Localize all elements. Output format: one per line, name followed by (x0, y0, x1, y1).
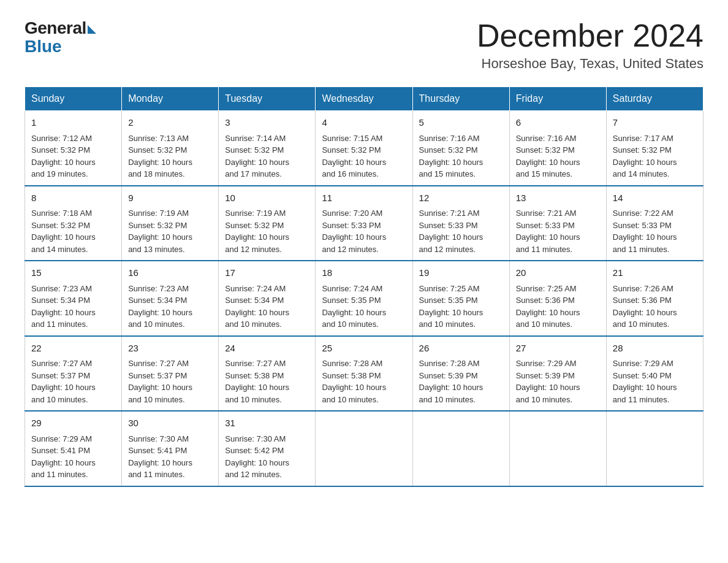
day-info: Sunrise: 7:24 AMSunset: 5:35 PMDaylight:… (322, 283, 406, 331)
day-number: 21 (613, 266, 697, 280)
calendar-cell: 25Sunrise: 7:28 AMSunset: 5:38 PMDayligh… (316, 336, 412, 412)
calendar-cell (316, 411, 412, 486)
day-number: 24 (225, 342, 309, 356)
calendar-cell: 12Sunrise: 7:21 AMSunset: 5:33 PMDayligh… (412, 186, 509, 261)
day-info: Sunrise: 7:20 AMSunset: 5:33 PMDaylight:… (322, 207, 406, 255)
calendar-cell: 22Sunrise: 7:27 AMSunset: 5:37 PMDayligh… (25, 336, 122, 412)
calendar-week-row: 29Sunrise: 7:29 AMSunset: 5:41 PMDayligh… (25, 411, 703, 486)
day-number: 4 (322, 116, 406, 130)
day-info: Sunrise: 7:14 AMSunset: 5:32 PMDaylight:… (225, 132, 309, 180)
day-info: Sunrise: 7:17 AMSunset: 5:32 PMDaylight:… (613, 132, 697, 180)
day-number: 30 (128, 416, 212, 431)
day-number: 3 (225, 116, 309, 130)
day-info: Sunrise: 7:27 AMSunset: 5:37 PMDaylight:… (128, 358, 212, 405)
calendar-cell: 20Sunrise: 7:25 AMSunset: 5:36 PMDayligh… (509, 261, 606, 336)
calendar-cell: 4Sunrise: 7:15 AMSunset: 5:32 PMDaylight… (316, 111, 412, 186)
day-number: 10 (225, 191, 309, 205)
day-info: Sunrise: 7:27 AMSunset: 5:38 PMDaylight:… (225, 358, 309, 405)
calendar-table: SundayMondayTuesdayWednesdayThursdayFrid… (25, 86, 703, 487)
day-number: 19 (419, 266, 503, 280)
logo-blue-text: Blue (25, 37, 62, 56)
calendar-cell: 27Sunrise: 7:29 AMSunset: 5:39 PMDayligh… (509, 336, 606, 412)
day-number: 13 (516, 191, 600, 205)
day-number: 27 (516, 342, 600, 356)
col-header-monday: Monday (122, 87, 219, 111)
day-number: 11 (322, 191, 406, 205)
calendar-cell: 29Sunrise: 7:29 AMSunset: 5:41 PMDayligh… (25, 411, 122, 486)
calendar-cell: 17Sunrise: 7:24 AMSunset: 5:34 PMDayligh… (219, 261, 316, 336)
calendar-cell: 18Sunrise: 7:24 AMSunset: 5:35 PMDayligh… (316, 261, 412, 336)
calendar-cell: 15Sunrise: 7:23 AMSunset: 5:34 PMDayligh… (25, 261, 122, 336)
logo-triangle-icon (88, 25, 96, 34)
day-number: 16 (128, 266, 212, 280)
day-info: Sunrise: 7:13 AMSunset: 5:32 PMDaylight:… (128, 132, 212, 180)
calendar-cell (509, 411, 606, 486)
day-info: Sunrise: 7:25 AMSunset: 5:36 PMDaylight:… (516, 283, 600, 331)
calendar-cell: 7Sunrise: 7:17 AMSunset: 5:32 PMDaylight… (606, 111, 703, 186)
day-info: Sunrise: 7:29 AMSunset: 5:40 PMDaylight:… (613, 358, 697, 405)
calendar-cell: 31Sunrise: 7:30 AMSunset: 5:42 PMDayligh… (219, 411, 316, 486)
day-info: Sunrise: 7:19 AMSunset: 5:32 PMDaylight:… (128, 207, 212, 255)
day-info: Sunrise: 7:19 AMSunset: 5:32 PMDaylight:… (225, 207, 309, 255)
calendar-week-row: 1Sunrise: 7:12 AMSunset: 5:32 PMDaylight… (25, 111, 703, 186)
calendar-week-row: 15Sunrise: 7:23 AMSunset: 5:34 PMDayligh… (25, 261, 703, 336)
day-number: 17 (225, 266, 309, 280)
calendar-cell: 14Sunrise: 7:22 AMSunset: 5:33 PMDayligh… (606, 186, 703, 261)
calendar-cell: 26Sunrise: 7:28 AMSunset: 5:39 PMDayligh… (412, 336, 509, 412)
day-number: 14 (613, 191, 697, 205)
day-number: 28 (613, 342, 697, 356)
day-number: 1 (31, 116, 115, 130)
col-header-saturday: Saturday (606, 87, 703, 111)
day-number: 5 (419, 116, 503, 130)
calendar-cell: 24Sunrise: 7:27 AMSunset: 5:38 PMDayligh… (219, 336, 316, 412)
calendar-cell: 11Sunrise: 7:20 AMSunset: 5:33 PMDayligh… (316, 186, 412, 261)
calendar-cell: 10Sunrise: 7:19 AMSunset: 5:32 PMDayligh… (219, 186, 316, 261)
day-info: Sunrise: 7:22 AMSunset: 5:33 PMDaylight:… (613, 207, 697, 255)
calendar-cell: 30Sunrise: 7:30 AMSunset: 5:41 PMDayligh… (122, 411, 219, 486)
day-number: 25 (322, 342, 406, 356)
day-number: 23 (128, 342, 212, 356)
calendar-cell: 23Sunrise: 7:27 AMSunset: 5:37 PMDayligh… (122, 336, 219, 412)
day-number: 22 (31, 342, 115, 356)
calendar-cell: 5Sunrise: 7:16 AMSunset: 5:32 PMDaylight… (412, 111, 509, 186)
month-title: December 2024 (477, 18, 703, 53)
day-info: Sunrise: 7:28 AMSunset: 5:38 PMDaylight:… (322, 358, 406, 405)
day-info: Sunrise: 7:16 AMSunset: 5:32 PMDaylight:… (419, 132, 503, 180)
day-number: 20 (516, 266, 600, 280)
calendar-cell: 3Sunrise: 7:14 AMSunset: 5:32 PMDaylight… (219, 111, 316, 186)
day-info: Sunrise: 7:28 AMSunset: 5:39 PMDaylight:… (419, 358, 503, 405)
calendar-cell: 28Sunrise: 7:29 AMSunset: 5:40 PMDayligh… (606, 336, 703, 412)
calendar-cell: 13Sunrise: 7:21 AMSunset: 5:33 PMDayligh… (509, 186, 606, 261)
day-info: Sunrise: 7:21 AMSunset: 5:33 PMDaylight:… (516, 207, 600, 255)
day-info: Sunrise: 7:30 AMSunset: 5:41 PMDaylight:… (128, 433, 212, 481)
day-info: Sunrise: 7:16 AMSunset: 5:32 PMDaylight:… (516, 132, 600, 180)
day-info: Sunrise: 7:29 AMSunset: 5:39 PMDaylight:… (516, 358, 600, 405)
day-number: 31 (225, 416, 309, 431)
day-number: 29 (31, 416, 115, 431)
day-number: 7 (613, 116, 697, 130)
col-header-friday: Friday (509, 87, 606, 111)
day-info: Sunrise: 7:18 AMSunset: 5:32 PMDaylight:… (31, 207, 115, 255)
day-info: Sunrise: 7:23 AMSunset: 5:34 PMDaylight:… (31, 283, 115, 331)
calendar-cell: 21Sunrise: 7:26 AMSunset: 5:36 PMDayligh… (606, 261, 703, 336)
day-number: 26 (419, 342, 503, 356)
calendar-week-row: 8Sunrise: 7:18 AMSunset: 5:32 PMDaylight… (25, 186, 703, 261)
logo-general-text: General (25, 18, 86, 38)
calendar-cell: 6Sunrise: 7:16 AMSunset: 5:32 PMDaylight… (509, 111, 606, 186)
day-number: 8 (31, 191, 115, 205)
day-number: 18 (322, 266, 406, 280)
day-info: Sunrise: 7:15 AMSunset: 5:32 PMDaylight:… (322, 132, 406, 180)
title-block: December 2024 Horseshoe Bay, Texas, Unit… (477, 18, 703, 72)
calendar-cell: 8Sunrise: 7:18 AMSunset: 5:32 PMDaylight… (25, 186, 122, 261)
calendar-header-row: SundayMondayTuesdayWednesdayThursdayFrid… (25, 87, 703, 111)
calendar-cell (412, 411, 509, 486)
col-header-sunday: Sunday (25, 87, 122, 111)
col-header-wednesday: Wednesday (316, 87, 412, 111)
day-info: Sunrise: 7:27 AMSunset: 5:37 PMDaylight:… (31, 358, 115, 405)
calendar-cell: 19Sunrise: 7:25 AMSunset: 5:35 PMDayligh… (412, 261, 509, 336)
location-title: Horseshoe Bay, Texas, United States (477, 56, 703, 72)
calendar-cell: 9Sunrise: 7:19 AMSunset: 5:32 PMDaylight… (122, 186, 219, 261)
logo: General Blue (25, 18, 96, 56)
day-number: 6 (516, 116, 600, 130)
day-number: 12 (419, 191, 503, 205)
